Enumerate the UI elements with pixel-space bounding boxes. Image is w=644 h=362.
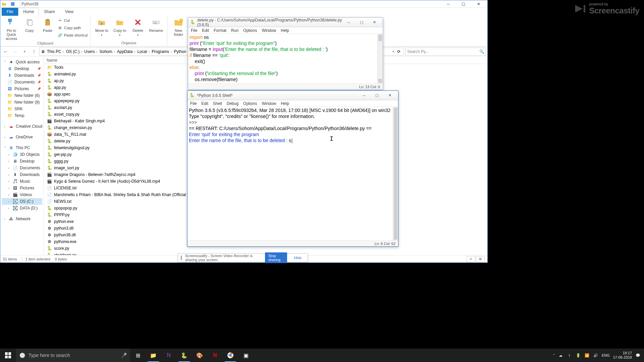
shell-maximize[interactable]: ▢ bbox=[371, 92, 383, 99]
pasteshortcut-button[interactable]: 🔗Paste shortcut bbox=[57, 32, 88, 39]
nav-quick-access[interactable]: ˅★Quick access bbox=[2, 59, 42, 65]
menu-options[interactable]: Options bbox=[243, 28, 257, 33]
menu-file[interactable]: File bbox=[190, 101, 197, 106]
menu-window[interactable]: Window bbox=[262, 101, 276, 106]
shell-close[interactable]: ✕ bbox=[383, 92, 396, 99]
taskbar-chrome[interactable] bbox=[223, 349, 238, 362]
nav-videos[interactable]: ›🎬Videos bbox=[2, 191, 42, 198]
navigation-pane[interactable]: ˅★Quick access 🖥Desktop📌 ⬇Downloads📌 📄Do… bbox=[0, 57, 44, 255]
wifi-tray-icon[interactable]: 📶 bbox=[584, 353, 590, 358]
rename-button[interactable]: abRename bbox=[148, 17, 164, 33]
stop-sharing-button[interactable]: Stop sharing bbox=[265, 252, 287, 263]
tab-share[interactable]: Share bbox=[39, 8, 60, 16]
tray-overflow[interactable]: ˄ bbox=[553, 354, 555, 357]
nav-documents2[interactable]: ›📄Documents bbox=[2, 165, 42, 171]
tab-file[interactable]: File bbox=[2, 8, 18, 16]
back-button[interactable]: ← bbox=[2, 48, 10, 56]
nav-3dobj[interactable]: ›🧊3D Objects bbox=[2, 151, 42, 158]
mic-icon[interactable]: 🎤 bbox=[121, 353, 127, 358]
close-button[interactable]: ✕ bbox=[471, 0, 486, 8]
nav-srk[interactable]: 📁SRK bbox=[2, 106, 42, 112]
nav-ccf[interactable]: ›☁Creative Cloud Files bbox=[2, 123, 42, 130]
drag-handle-icon[interactable] bbox=[181, 255, 182, 260]
nav-desktop2[interactable]: ›🖥Desktop bbox=[2, 158, 42, 165]
nav-music[interactable]: ›🎵Music bbox=[2, 178, 42, 185]
shell-minimize[interactable]: ─ bbox=[358, 92, 371, 99]
taskbar-terminal[interactable]: ▣ bbox=[238, 349, 254, 362]
menu-help[interactable]: Help bbox=[281, 101, 289, 106]
tab-view[interactable]: View bbox=[60, 8, 78, 16]
nav-downloads[interactable]: ⬇Downloads📌 bbox=[2, 72, 42, 79]
battery-tray-icon[interactable]: 🔋 bbox=[576, 353, 581, 358]
view-icons-button[interactable]: ⊞ bbox=[476, 256, 485, 262]
taskbar-explorer[interactable]: 📁 bbox=[146, 349, 161, 362]
shell-titlebar[interactable]: 🐍 *Python 3.6.5 Shell* ─ ▢ ✕ bbox=[187, 91, 398, 100]
taskbar-clock[interactable]: 18:1717-06-2019 bbox=[613, 351, 632, 360]
view-details-button[interactable]: ≡ bbox=[467, 256, 475, 262]
minimize-button[interactable]: ─ bbox=[441, 0, 456, 8]
shell-scrollbar[interactable] bbox=[393, 107, 398, 240]
newfolder-button[interactable]: New folder bbox=[170, 17, 187, 37]
paste-button[interactable]: Paste bbox=[39, 17, 56, 33]
nav-network[interactable]: ›🖧Network bbox=[2, 216, 42, 222]
pin-button[interactable]: Pin to Quick access bbox=[3, 17, 20, 41]
maximize-button[interactable]: ▢ bbox=[456, 0, 471, 8]
onedrive-tray-icon[interactable]: ☁ bbox=[558, 353, 564, 358]
nav-documents[interactable]: 📄Documents📌 bbox=[2, 79, 42, 85]
taskbar-idle[interactable]: 🐍 bbox=[176, 349, 192, 362]
refresh-icon[interactable]: ⟳ bbox=[395, 49, 402, 54]
editor-maximize[interactable]: ▢ bbox=[355, 19, 368, 26]
nav-downloads2[interactable]: ›⬇Downloads bbox=[2, 171, 42, 178]
editor-scrollbar[interactable] bbox=[377, 34, 383, 83]
editor-text-area[interactable]: import os print ("Enter 'quit' for exiti… bbox=[188, 34, 383, 83]
menu-format[interactable]: Format bbox=[214, 28, 226, 33]
moveto-button[interactable]: Move to▾ bbox=[93, 17, 110, 37]
language-indicator[interactable]: ENG bbox=[602, 353, 610, 357]
copyto-button[interactable]: Copy to▾ bbox=[111, 17, 128, 37]
start-button[interactable] bbox=[0, 349, 16, 362]
menu-shell[interactable]: Shell bbox=[213, 101, 222, 106]
search-input[interactable]: Search Py... 🔍 bbox=[406, 48, 486, 56]
bluetooth-tray-icon[interactable]: ᚼ bbox=[567, 353, 572, 358]
menu-help[interactable]: Help bbox=[281, 28, 289, 33]
nav-temp[interactable]: 📁Temp bbox=[2, 112, 42, 119]
volume-tray-icon[interactable]: 🔊 bbox=[593, 353, 598, 358]
forward-button[interactable]: → bbox=[11, 48, 19, 56]
menu-options[interactable]: Options bbox=[243, 101, 257, 106]
notifications-tray-icon[interactable]: 💬 bbox=[635, 353, 641, 358]
save-icon[interactable] bbox=[10, 2, 15, 6]
menu-edit[interactable]: Edit bbox=[201, 101, 208, 106]
delete-button[interactable]: ✕Delete▾ bbox=[129, 17, 146, 37]
explorer-titlebar[interactable]: Python36 ─ ▢ ✕ bbox=[0, 0, 487, 8]
menu-file[interactable]: File bbox=[191, 28, 197, 33]
cut-button[interactable]: ✂Cut bbox=[57, 17, 88, 24]
nav-desktop[interactable]: 🖥Desktop📌 bbox=[2, 65, 42, 72]
taskview-button[interactable]: ⊞ bbox=[130, 349, 146, 362]
shell-text-area[interactable]: Python 3.6.5 (v3.6.5:f59c0932b4, Mar 28 … bbox=[187, 107, 398, 240]
nav-nf8[interactable]: 📁New folder (8) bbox=[2, 99, 42, 106]
menu-window[interactable]: Window bbox=[262, 28, 276, 33]
taskbar-paint[interactable]: 🎨 bbox=[192, 349, 207, 362]
recent-button[interactable]: ▾ bbox=[20, 48, 29, 56]
menu-run[interactable]: Run bbox=[231, 28, 238, 33]
nav-pictures2[interactable]: ›🖼Pictures bbox=[2, 185, 42, 191]
tab-home[interactable]: Home bbox=[18, 8, 39, 16]
copy-button[interactable]: Copy bbox=[21, 17, 38, 33]
menu-debug[interactable]: Debug bbox=[227, 101, 238, 106]
taskbar-search[interactable]: ⚪ Type here to search 🎤 bbox=[16, 349, 130, 362]
nav-datad[interactable]: ›💽DATA (D:) bbox=[2, 205, 42, 212]
nav-pictures[interactable]: 🖼Pictures📌 bbox=[2, 85, 42, 92]
editor-titlebar[interactable]: 🐍 delete.py - C:/Users/Sohom/AppData/Loc… bbox=[188, 18, 383, 27]
nav-thispc[interactable]: ˅🖥This PC bbox=[2, 144, 42, 151]
nav-nf6[interactable]: 📁New folder (6) bbox=[2, 92, 42, 99]
hide-button[interactable]: Hide bbox=[290, 254, 305, 261]
nav-osc[interactable]: ›💽OS (C:) bbox=[2, 198, 42, 205]
taskbar-netflix[interactable]: N bbox=[207, 349, 223, 362]
editor-close[interactable]: ✕ bbox=[368, 19, 381, 26]
taskbar-onenote[interactable]: N bbox=[161, 349, 176, 362]
nav-onedrive[interactable]: ›☁OneDrive bbox=[2, 134, 42, 140]
up-button[interactable]: ↑ bbox=[30, 48, 38, 56]
editor-minimize[interactable]: ─ bbox=[342, 19, 355, 26]
copypath-button[interactable]: ⧉Copy path bbox=[57, 24, 88, 31]
menu-edit[interactable]: Edit bbox=[202, 28, 209, 33]
